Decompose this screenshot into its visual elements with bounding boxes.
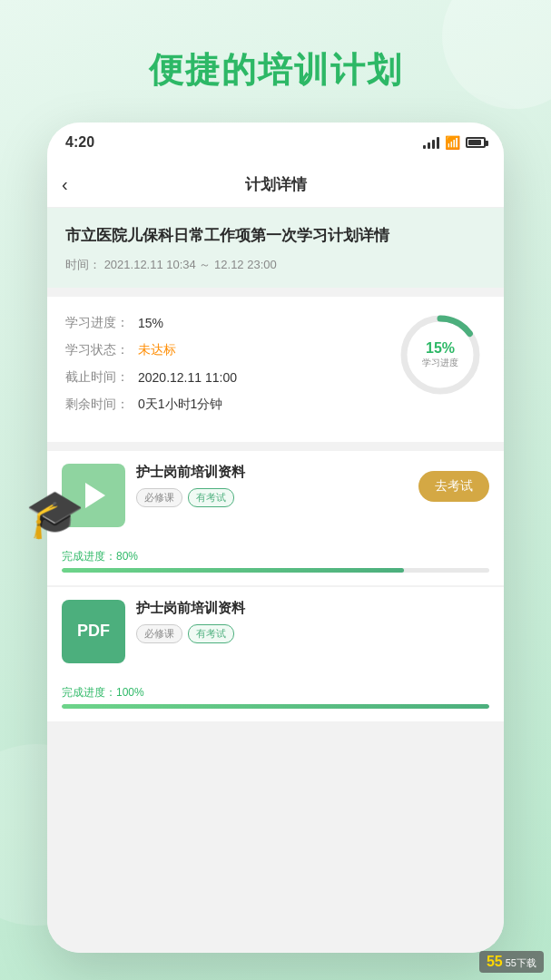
hat-decoration: 🎓 [25, 490, 89, 544]
plan-title: 市立医院儿保科日常工作项第一次学习计划详情 [65, 224, 486, 248]
study-progress-value: 15% [138, 316, 163, 330]
tag-exam-1: 有考试 [188, 488, 234, 507]
course-title-2: 护士岗前培训资料 [136, 600, 489, 617]
course-tags-2: 必修课 有考试 [136, 624, 489, 643]
course-card-2: PDF 护士岗前培训资料 必修课 有考试 完成进度：100% [47, 587, 504, 721]
battery-icon [466, 137, 486, 148]
exam-button-1[interactable]: 去考试 [418, 471, 489, 502]
pdf-label: PDF [77, 622, 110, 641]
scroll-content: 市立医院儿保科日常工作项第一次学习计划详情 时间： 2021.12.11 10:… [47, 208, 504, 953]
plan-time-label: 时间： [65, 258, 101, 271]
circular-progress: 15% 学习进度 [395, 309, 486, 400]
status-icons: 📶 [423, 135, 486, 150]
study-progress-label: 学习进度： [65, 315, 138, 331]
plan-header-card: 市立医院儿保科日常工作项第一次学习计划详情 时间： 2021.12.11 10:… [47, 208, 504, 288]
remaining-value: 0天1小时1分钟 [138, 397, 222, 413]
progress-track-1 [62, 568, 489, 573]
course-progress-bar-2: 完成进度：100% [47, 685, 504, 721]
tag-exam-2: 有考试 [188, 624, 234, 643]
status-time: 4:20 [65, 134, 94, 151]
course-info-2: 护士岗前培训资料 必修课 有考试 [136, 600, 489, 647]
progress-fill-1 [62, 568, 404, 573]
tag-required-1: 必修课 [136, 488, 182, 507]
course-thumb-pdf: PDF [62, 600, 125, 663]
deadline-value: 2020.12.11 11:00 [138, 370, 237, 385]
plan-time-value: 2021.12.11 10:34 ～ 12.12 23:00 [104, 258, 277, 271]
circle-label: 学习进度 [422, 357, 458, 369]
study-status-label: 学习状态： [65, 342, 138, 358]
nav-title: 计划详情 [245, 174, 307, 195]
phone-frame: 4:20 📶 ‹ 计划详情 市立医院儿保科日常工作项第一次学习计划详情 时间： … [47, 122, 504, 953]
main-title: 便捷的培训计划 [0, 47, 551, 93]
completion-value-1: 80% [116, 550, 138, 563]
course-card-1: 护士岗前培训资料 必修课 有考试 去考试 完成进度：80% [47, 451, 504, 585]
signal-icon [423, 136, 439, 149]
completion-value-2: 100% [116, 686, 144, 699]
circle-percent: 15% [422, 340, 458, 357]
nav-bar: ‹ 计划详情 [47, 162, 504, 208]
wifi-icon: 📶 [445, 135, 460, 150]
completion-label-2: 完成进度： [62, 686, 116, 699]
course-progress-bar-1: 完成进度：80% [47, 549, 504, 585]
study-status-value: 未达标 [138, 342, 176, 358]
progress-track-2 [62, 704, 489, 709]
tag-required-2: 必修课 [136, 624, 182, 643]
back-button[interactable]: ‹ [62, 174, 68, 195]
plan-time: 时间： 2021.12.11 10:34 ～ 12.12 23:00 [65, 257, 486, 273]
watermark-logo: 55 [487, 954, 503, 969]
remaining-label: 剩余时间： [65, 397, 138, 413]
completion-label-1: 完成进度： [62, 550, 116, 563]
watermark: 55 55下载 [479, 951, 544, 973]
progress-card: 学习进度： 15% 学习状态： 未达标 截止时间： 2020.12.11 11:… [47, 297, 504, 442]
deadline-label: 截止时间： [65, 369, 138, 386]
progress-fill-2 [62, 704, 489, 709]
watermark-site: 55下载 [506, 957, 536, 968]
status-bar: 4:20 📶 [47, 122, 504, 162]
